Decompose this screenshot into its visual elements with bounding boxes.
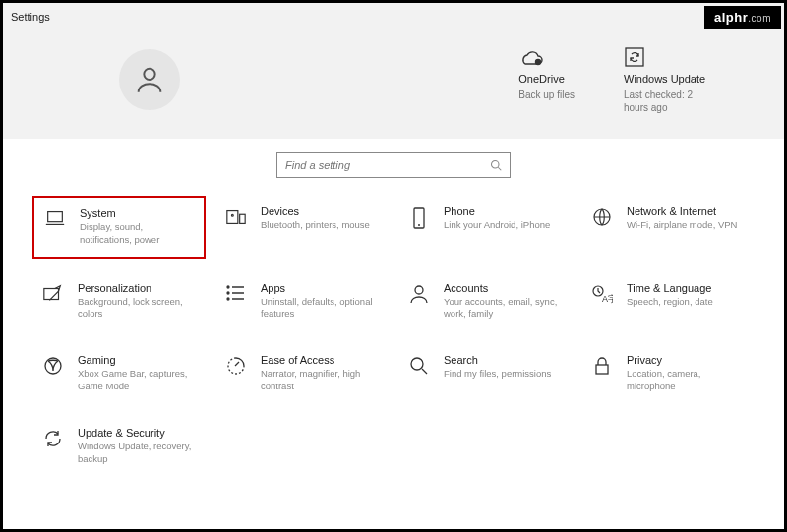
- phone-icon: [411, 207, 427, 229]
- update-title: Windows Update: [624, 73, 717, 85]
- svg-point-11: [227, 286, 229, 288]
- window-title: Settings: [11, 11, 50, 23]
- tile-phone[interactable]: PhoneLink your Android, iPhone: [398, 196, 572, 259]
- tile-title: Update & Security: [78, 427, 196, 439]
- svg-point-12: [227, 292, 229, 294]
- tile-subtitle: Bluetooth, printers, mouse: [261, 219, 370, 232]
- globe-icon: [592, 207, 612, 227]
- tile-title: Time & Language: [627, 282, 713, 294]
- search-input[interactable]: [285, 159, 490, 171]
- svg-point-7: [231, 214, 233, 216]
- tile-update-security[interactable]: Update & SecurityWindows Update, recover…: [32, 417, 206, 476]
- tile-subtitle: Wi-Fi, airplane mode, VPN: [627, 219, 737, 232]
- tile-subtitle: Narrator, magnifier, high contrast: [261, 368, 379, 393]
- tile-ease-of-access[interactable]: Ease of AccessNarrator, magnifier, high …: [215, 344, 389, 403]
- settings-grid: SystemDisplay, sound, notifications, pow…: [3, 196, 784, 476]
- account-icon: [409, 284, 429, 304]
- windows-update-tile[interactable]: Windows Update Last checked: 2 hours ago: [624, 45, 717, 114]
- list-icon: [226, 284, 246, 302]
- svg-rect-5: [227, 211, 238, 224]
- svg-rect-2: [626, 48, 643, 66]
- time-language-icon: A字: [591, 284, 613, 304]
- laptop-icon: [44, 209, 66, 227]
- tile-subtitle: Display, sound, notifications, power: [80, 221, 196, 247]
- tile-apps[interactable]: AppsUninstall, defaults, optional featur…: [215, 272, 389, 331]
- svg-point-3: [492, 161, 500, 169]
- tile-subtitle: Your accounts, email, sync, work, family: [444, 296, 562, 322]
- pen-icon: [42, 284, 64, 304]
- tile-subtitle: Find my files, permissions: [444, 368, 551, 381]
- search-box[interactable]: [276, 152, 511, 178]
- tile-title: Accounts: [444, 282, 562, 294]
- tile-title: System: [80, 207, 196, 219]
- tile-title: Apps: [261, 282, 379, 294]
- update-subtitle: Last checked: 2 hours ago: [624, 89, 717, 114]
- person-icon: [133, 63, 166, 96]
- tile-title: Privacy: [627, 354, 745, 366]
- onedrive-tile[interactable]: OneDrive Back up files: [518, 45, 575, 114]
- svg-point-1: [536, 60, 541, 65]
- ease-icon: [226, 356, 246, 376]
- lock-icon: [593, 356, 611, 376]
- tile-title: Personalization: [78, 282, 196, 294]
- tile-privacy[interactable]: PrivacyLocation, camera, microphone: [581, 344, 755, 403]
- tile-title: Devices: [261, 206, 370, 217]
- tile-subtitle: Link your Android, iPhone: [444, 219, 550, 232]
- svg-rect-19: [596, 365, 608, 374]
- tile-title: Gaming: [78, 354, 196, 366]
- tile-network[interactable]: Network & InternetWi-Fi, airplane mode, …: [581, 196, 755, 259]
- user-avatar[interactable]: [119, 49, 180, 110]
- titlebar: Settings —: [3, 3, 784, 30]
- logo-brand: alphr: [714, 10, 748, 25]
- tile-title: Network & Internet: [627, 206, 737, 217]
- search-row: [3, 139, 784, 196]
- tile-subtitle: Background, lock screen, colors: [78, 296, 196, 322]
- tile-personalization[interactable]: PersonalizationBackground, lock screen, …: [32, 272, 206, 331]
- tile-title: Search: [444, 354, 551, 366]
- cloud-icon: [518, 48, 544, 66]
- svg-point-18: [411, 358, 423, 370]
- tile-gaming[interactable]: GamingXbox Game Bar, captures, Game Mode: [32, 344, 206, 403]
- tile-devices[interactable]: DevicesBluetooth, printers, mouse: [215, 196, 389, 259]
- onedrive-title: OneDrive: [518, 73, 575, 85]
- tile-subtitle: Windows Update, recovery, backup: [78, 441, 196, 466]
- xbox-icon: [43, 356, 63, 376]
- devices-icon: [225, 207, 247, 227]
- tile-subtitle: Location, camera, microphone: [627, 368, 745, 393]
- tile-subtitle: Speech, region, date: [627, 296, 713, 309]
- tile-subtitle: Uninstall, defaults, optional features: [261, 296, 379, 322]
- magnify-icon: [409, 356, 429, 376]
- tile-title: Ease of Access: [261, 354, 379, 366]
- tile-time-language[interactable]: A字 Time & LanguageSpeech, region, date: [581, 272, 755, 331]
- svg-point-14: [415, 286, 423, 294]
- search-icon: [490, 159, 502, 171]
- svg-text:A字: A字: [602, 294, 613, 304]
- watermark-logo: alphr.com: [704, 6, 781, 29]
- tile-search[interactable]: SearchFind my files, permissions: [398, 344, 572, 403]
- svg-rect-4: [48, 212, 63, 222]
- tile-system[interactable]: SystemDisplay, sound, notifications, pow…: [32, 196, 206, 259]
- onedrive-subtitle: Back up files: [518, 89, 575, 101]
- header-panel: OneDrive Back up files Windows Update La…: [3, 30, 784, 139]
- svg-point-0: [144, 69, 154, 80]
- tile-title: Phone: [444, 206, 550, 217]
- sync-square-icon: [624, 46, 645, 68]
- svg-point-13: [227, 298, 229, 300]
- sync-icon: [43, 429, 63, 448]
- tile-accounts[interactable]: AccountsYour accounts, email, sync, work…: [398, 272, 572, 331]
- tile-subtitle: Xbox Game Bar, captures, Game Mode: [78, 368, 196, 393]
- logo-suffix: .com: [748, 13, 771, 24]
- svg-rect-6: [240, 214, 246, 223]
